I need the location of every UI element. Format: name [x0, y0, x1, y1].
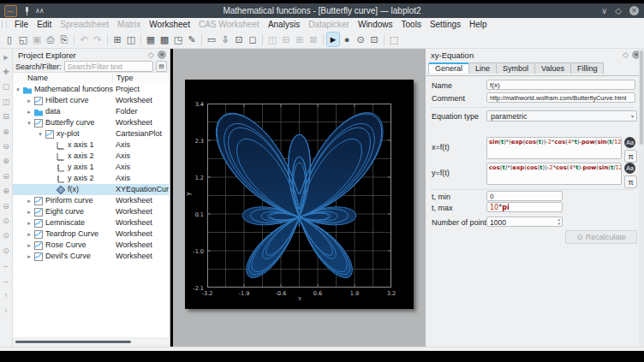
- tree-row-y-axis-2[interactable]: y axis 2Axis: [13, 173, 169, 184]
- new-workbook-icon[interactable]: ⊞: [111, 33, 123, 46]
- search-input[interactable]: [64, 61, 153, 72]
- zoom-in-x-icon[interactable]: ⊕: [1, 154, 12, 169]
- close-window-icon[interactable]: ×: [629, 6, 639, 15]
- collapsed-chevron-icon[interactable]: ▸: [26, 98, 33, 104]
- menu-help[interactable]: Help: [465, 20, 492, 29]
- tree-row-x-axis-2[interactable]: x axis 2Axis: [13, 151, 169, 162]
- insert-functions-button[interactable]: π: [624, 175, 637, 188]
- tree-column-headers[interactable]: Name Type: [13, 72, 169, 85]
- tree-row-x-axis-1[interactable]: x axis 1Axis: [13, 139, 169, 151]
- new-document-icon[interactable]: ▯: [3, 33, 15, 46]
- new-matrix-icon[interactable]: ▩: [158, 33, 170, 46]
- worksheet-page[interactable]: x y 3.42.31.20.1-1.0-2.1-3.2-1.9-0.60.61…: [185, 80, 414, 309]
- tree-row-xy-plot[interactable]: ▾xy-plotCartesianPlot: [13, 128, 169, 139]
- column-header-type[interactable]: Type: [112, 74, 134, 82]
- tab-line[interactable]: Line: [468, 62, 497, 74]
- menu-worksheet[interactable]: Worksheet: [145, 20, 194, 29]
- shift-up-y-icon[interactable]: ↑: [1, 288, 12, 302]
- shift-left-x-icon[interactable]: ←: [1, 258, 12, 272]
- collapsed-chevron-icon[interactable]: ▸: [26, 253, 33, 260]
- print-preview-icon[interactable]: ⎘: [58, 33, 70, 46]
- t-max-field[interactable]: 10*pi: [486, 202, 563, 212]
- select-region-icon[interactable]: ⬚: [388, 33, 400, 46]
- shade-window-icon[interactable]: ∨: [601, 6, 607, 15]
- toolbar-handle[interactable]: [2, 21, 7, 28]
- tree-row-lemniscate[interactable]: ▸LemniscateWorksheet: [13, 217, 169, 228]
- tab-symbol[interactable]: Symbol: [496, 62, 535, 74]
- new-folder-icon[interactable]: ▭: [206, 33, 218, 46]
- comment-field[interactable]: [486, 92, 635, 103]
- zoom-select-icon[interactable]: ⊡: [368, 33, 380, 46]
- insert-constants-button[interactable]: Aa: [624, 137, 635, 148]
- zoom-tool-icon[interactable]: ●: [341, 33, 353, 46]
- tree-row-butterfly-curve[interactable]: ▾Butterfly curveWorksheet: [13, 117, 169, 128]
- zoom-out-icon[interactable]: ⊖: [1, 139, 12, 153]
- new-spreadsheet-icon[interactable]: ▦: [145, 33, 157, 46]
- name-field[interactable]: [486, 80, 635, 90]
- new-worksheet-icon[interactable]: ◳: [172, 33, 184, 46]
- navigate-cursor-icon[interactable]: ►: [327, 33, 339, 46]
- zoom-in-y-icon[interactable]: ⊕: [1, 184, 12, 199]
- expanded-chevron-icon[interactable]: ▾: [37, 131, 44, 138]
- collapsed-chevron-icon[interactable]: ▸: [26, 242, 33, 249]
- insert-constants-button[interactable]: Aa: [624, 163, 635, 174]
- insert-functions-button[interactable]: π: [624, 150, 637, 163]
- menu-tools[interactable]: Tools: [397, 20, 426, 29]
- collapsed-chevron-icon[interactable]: ▸: [26, 220, 33, 227]
- tree-row-eight-curve[interactable]: ▸Eight curveWorksheet: [13, 206, 169, 217]
- xy-plot[interactable]: [207, 104, 391, 288]
- tree-row-rose-curve[interactable]: ▸Rose CurveWorksheet: [13, 240, 169, 251]
- y-equation-field[interactable]: cos(t)*(exp(cos(t))-2*cos(4*t)-pow(sin(t…: [486, 163, 622, 185]
- shift-down-y-icon[interactable]: ↓: [1, 303, 12, 317]
- tree-row-data[interactable]: ▸dataFolder: [13, 106, 169, 117]
- auto-scale-icon[interactable]: ⊙: [355, 33, 367, 46]
- points-spinbox[interactable]: 1000 ▴▾: [486, 217, 563, 227]
- auto-scale-icon[interactable]: ⊙: [1, 213, 12, 228]
- tree-row-f-x-[interactable]: ff(x)XYEquationCurve: [13, 184, 169, 195]
- print-icon[interactable]: ⎙: [45, 33, 57, 46]
- x-equation-field[interactable]: sin(t)*(exp(cos(t))-2*cos(4*t)-pow(sin(t…: [486, 137, 622, 159]
- zoom-y-select-icon[interactable]: ⊟: [1, 110, 12, 124]
- zoom-x-select-icon[interactable]: ◫: [1, 94, 12, 109]
- filter-options-button[interactable]: ▤: [156, 61, 167, 72]
- select-edit-icon[interactable]: ►: [1, 50, 12, 64]
- auto-scale-y-icon[interactable]: ⊙: [1, 243, 12, 258]
- auto-scale-x-icon[interactable]: ⊙: [1, 228, 12, 243]
- menu-analysis[interactable]: Analysis: [264, 20, 304, 29]
- float-panel-icon[interactable]: ◇: [623, 50, 629, 59]
- tree-row-piriform-curve[interactable]: ▸Piriform curveWorksheet: [13, 195, 169, 206]
- collapsed-chevron-icon[interactable]: ▸: [26, 198, 33, 205]
- tree-row-teardrop-curve[interactable]: ▸Teardrop CurveWorksheet: [13, 228, 169, 240]
- expanded-chevron-icon[interactable]: ▾: [15, 86, 21, 93]
- zoom-out-x-icon[interactable]: ⊖: [1, 169, 12, 183]
- collapsed-chevron-icon[interactable]: ▸: [26, 209, 33, 216]
- tree-row-devil-s-curve[interactable]: ▸Devil's CurveWorksheet: [13, 251, 169, 262]
- tab-values[interactable]: Values: [534, 62, 571, 74]
- vertical-scrollbar[interactable]: [639, 49, 644, 347]
- menu-settings[interactable]: Settings: [426, 20, 465, 29]
- shift-right-x-icon[interactable]: →: [1, 273, 12, 288]
- float-panel-icon[interactable]: ◇: [148, 50, 154, 59]
- tree-row-y-axis-1[interactable]: y axis 1Axis: [13, 162, 169, 173]
- menu-file[interactable]: File: [10, 20, 33, 29]
- t-min-field[interactable]: [486, 191, 563, 201]
- open-document-icon[interactable]: ◱: [17, 33, 29, 46]
- equation-type-combobox[interactable]: parametric▾: [486, 110, 637, 122]
- new-notes-icon[interactable]: ✎: [186, 33, 198, 46]
- collapsed-chevron-icon[interactable]: ▸: [26, 109, 33, 116]
- horizontal-scrollbar[interactable]: [15, 340, 167, 344]
- recalculate-button[interactable]: ⊙ Recalculate: [565, 230, 637, 244]
- collapsed-chevron-icon[interactable]: ▸: [26, 231, 33, 238]
- export-icon[interactable]: ⊡: [233, 33, 245, 46]
- tab-filling[interactable]: Filling: [570, 62, 605, 74]
- zoom-out-y-icon[interactable]: ⊖: [1, 199, 12, 213]
- menu-edit[interactable]: Edit: [33, 20, 56, 29]
- zoom-fit-icon[interactable]: ◻: [247, 33, 259, 46]
- maximize-icon[interactable]: ◇: [615, 6, 622, 15]
- tree-row-hilbert-curve[interactable]: ▸Hilbert curveWorksheet: [13, 95, 169, 106]
- zoom-select-icon[interactable]: ▢: [1, 80, 12, 94]
- tree-row-mathematical-functions[interactable]: ▾Mathematical functionsProject: [13, 84, 169, 95]
- new-datapicker-icon[interactable]: ◫: [125, 33, 137, 46]
- import-data-icon[interactable]: ⇩: [219, 33, 231, 46]
- navigate-icon[interactable]: ✚: [1, 64, 12, 79]
